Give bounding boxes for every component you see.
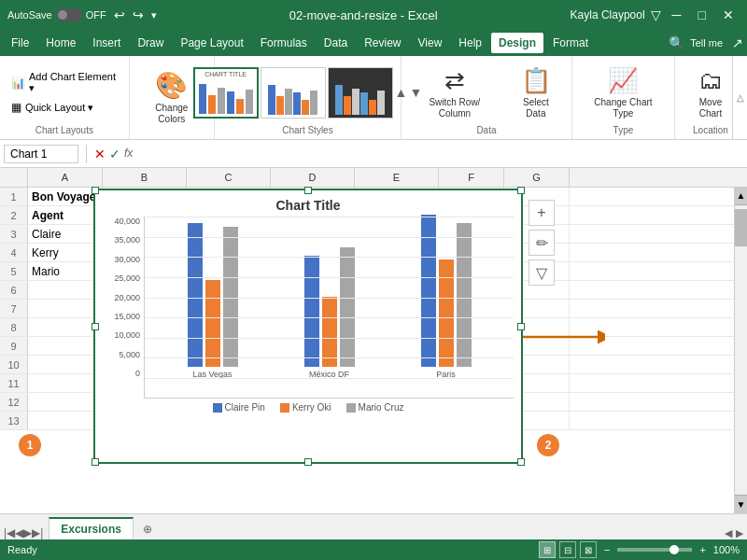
menu-page-layout[interactable]: Page Layout xyxy=(173,33,250,53)
col-header-b[interactable]: B xyxy=(103,168,187,187)
search-icon[interactable]: 🔍 xyxy=(669,35,684,50)
zoom-slider[interactable] xyxy=(617,548,692,552)
cell-7a[interactable] xyxy=(28,300,103,317)
formula-input[interactable] xyxy=(136,146,743,162)
menu-draw[interactable]: Draw xyxy=(130,33,171,53)
handle-bot-center[interactable] xyxy=(304,458,312,466)
menu-home[interactable]: Home xyxy=(38,33,83,53)
row-num-1: 1 xyxy=(0,188,28,205)
normal-view-btn[interactable]: ⊞ xyxy=(539,541,556,558)
status-text: Ready xyxy=(7,544,37,555)
share-icon[interactable]: ↗ xyxy=(732,35,743,50)
autosave-toggle[interactable] xyxy=(56,8,82,21)
undo-icon[interactable]: ↩ xyxy=(114,7,125,22)
zoom-level[interactable]: 100% xyxy=(713,544,740,555)
cell-2a[interactable]: Agent xyxy=(28,206,103,224)
handle-top-right[interactable] xyxy=(517,187,525,194)
ribbon-collapse-btn[interactable]: △ xyxy=(732,56,747,139)
style-3[interactable] xyxy=(328,67,393,119)
sheet-nav-first[interactable]: |◀ xyxy=(4,526,15,539)
tell-me[interactable]: Tell me xyxy=(690,37,723,49)
vertical-scrollbar[interactable]: ▲ ▼ xyxy=(734,187,747,513)
maximize-btn[interactable]: □ xyxy=(693,6,712,24)
cell-11a[interactable] xyxy=(28,374,103,392)
y-axis: 40,000 35,000 30,000 25,000 20,000 15,00… xyxy=(99,217,144,399)
switch-row-col-btn[interactable]: ⇄ Switch Row/ Column xyxy=(409,63,500,123)
minus-zoom[interactable]: − xyxy=(604,544,610,555)
scroll-down-btn[interactable]: ▼ xyxy=(735,495,747,513)
scroll-up-btn[interactable]: ▲ xyxy=(735,187,747,205)
cell-4a[interactable]: Kerry xyxy=(28,244,103,261)
chart-styles-btn[interactable]: ✏ xyxy=(529,230,555,256)
col-header-d[interactable]: D xyxy=(271,168,355,187)
cell-6a[interactable] xyxy=(28,281,103,299)
redo-icon[interactable]: ↪ xyxy=(133,7,144,22)
menu-design[interactable]: Design xyxy=(491,33,543,53)
move-chart-btn[interactable]: 🗂 Move Chart xyxy=(683,63,739,123)
page-layout-view-btn[interactable]: ⊟ xyxy=(559,541,576,558)
quick-layout-btn[interactable]: ▦ Quick Layout ▾ xyxy=(7,99,121,116)
menu-insert[interactable]: Insert xyxy=(85,33,128,53)
menu-help[interactable]: Help xyxy=(451,33,489,53)
cell-12a[interactable] xyxy=(28,393,103,411)
col-header-e[interactable]: E xyxy=(355,168,439,187)
page-break-view-btn[interactable]: ⊠ xyxy=(580,541,597,558)
style-2[interactable] xyxy=(261,67,326,119)
sheet-nav-last[interactable]: ▶| xyxy=(32,526,43,539)
scroll-right-btn[interactable]: ▶ xyxy=(736,527,743,539)
cell-10a[interactable] xyxy=(28,356,103,373)
chart-object[interactable]: Chart Title 40,000 35,000 30,000 25,000 … xyxy=(93,189,523,464)
close-btn[interactable]: ✕ xyxy=(717,6,740,24)
col-header-g[interactable]: G xyxy=(504,168,570,187)
minimize-btn[interactable]: ─ xyxy=(667,6,687,24)
handle-top-center[interactable] xyxy=(304,187,312,194)
col-headers: A B C D E F G xyxy=(0,168,747,188)
sheet-tab-excursions[interactable]: Excursions xyxy=(49,517,134,539)
spreadsheet-area: A B C D E F G 1 Bon Voyage Excursions 2 … xyxy=(0,168,747,513)
selected-style[interactable]: CHART TITLE xyxy=(193,67,259,119)
scroll-controls: ◀ ▶ xyxy=(725,527,743,539)
cell-9a[interactable] xyxy=(28,337,103,355)
sheet-nav-next[interactable]: ▶ xyxy=(23,526,32,539)
menu-format[interactable]: Format xyxy=(545,33,596,53)
chart-elements-btn[interactable]: + xyxy=(529,200,555,226)
handle-bot-left[interactable] xyxy=(92,458,99,466)
add-chart-element-btn[interactable]: 📊 Add Chart Element ▾ xyxy=(7,69,121,96)
handle-mid-left[interactable] xyxy=(92,323,99,330)
handle-top-left[interactable] xyxy=(92,187,99,194)
zoom-thumb[interactable] xyxy=(669,545,679,554)
menu-review[interactable]: Review xyxy=(357,33,408,53)
scroll-thumb[interactable] xyxy=(735,209,747,246)
menu-data[interactable]: Data xyxy=(317,33,355,53)
menu-formulas[interactable]: Formulas xyxy=(253,33,315,53)
handle-bot-right[interactable] xyxy=(517,458,525,466)
new-sheet-btn[interactable]: ⊕ xyxy=(135,519,160,539)
col-header-f[interactable]: F xyxy=(439,168,504,187)
y-label-10000: 10,000 xyxy=(114,330,140,340)
insert-function-icon[interactable]: fx xyxy=(124,147,133,161)
y-label-15000: 15,000 xyxy=(114,312,140,321)
name-box[interactable] xyxy=(4,145,78,163)
scroll-left-btn[interactable]: ◀ xyxy=(725,527,732,539)
select-data-btn[interactable]: 📋 Select Data xyxy=(508,63,564,123)
handle-mid-right[interactable] xyxy=(517,323,525,330)
menu-file[interactable]: File xyxy=(4,33,36,53)
chart-filters-btn[interactable]: ▽ xyxy=(529,259,555,286)
menu-view[interactable]: View xyxy=(411,33,450,53)
col-header-a[interactable]: A xyxy=(28,168,103,187)
cell-5a[interactable]: Mario xyxy=(28,262,103,280)
sheet-nav-prev[interactable]: ◀ xyxy=(15,526,23,539)
cancel-formula-icon[interactable]: ✕ xyxy=(94,147,106,161)
change-chart-type-btn[interactable]: 📈 Change Chart Type xyxy=(580,63,667,123)
quick-layout-icon: ▦ xyxy=(11,101,21,114)
chart-layouts-content: 📊 Add Chart Element ▾ ▦ Quick Layout ▾ xyxy=(7,60,121,125)
cell-13a[interactable] xyxy=(28,412,103,429)
row-num-13: 13 xyxy=(0,412,28,429)
cell-3a[interactable]: Claire xyxy=(28,225,103,243)
confirm-formula-icon[interactable]: ✓ xyxy=(109,147,120,161)
row-num-6: 6 xyxy=(0,281,28,299)
plus-zoom[interactable]: + xyxy=(699,544,705,555)
ribbon-toggle[interactable]: ▽ xyxy=(651,7,661,22)
bars-area: Las Vegas México DF xyxy=(145,217,514,379)
col-header-c[interactable]: C xyxy=(187,168,271,187)
